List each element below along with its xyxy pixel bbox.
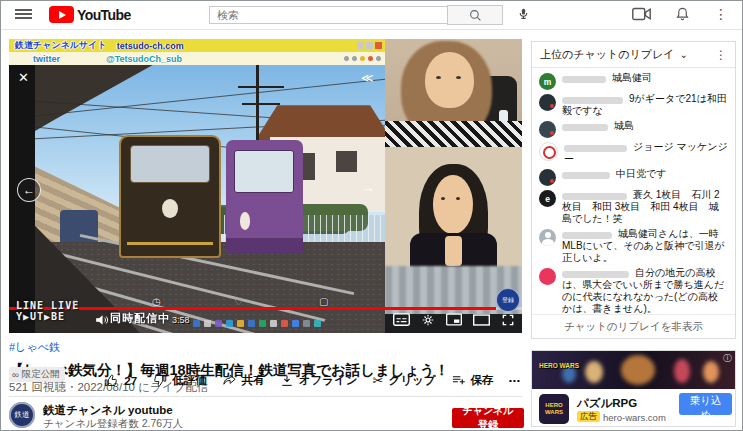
- ad-cta-button[interactable]: 乗り込め: [679, 393, 732, 415]
- chat-avatar: [539, 169, 556, 186]
- browser-title-bar: 鉄道チャンネルサイト tetsudo-ch.com: [9, 39, 385, 52]
- player-time: 3:58: [172, 315, 190, 325]
- search-icon: [469, 9, 482, 22]
- video-player[interactable]: 鉄道チャンネルサイト tetsudo-ch.com twitter @Tetsu…: [9, 39, 522, 333]
- house-window: [336, 151, 357, 172]
- player-right-controls: [393, 313, 515, 329]
- miniplayer-button[interactable]: [446, 313, 462, 329]
- subtitles-button[interactable]: [393, 313, 410, 329]
- host2-face: [433, 175, 473, 235]
- action-bar: 27 低評価 共有 オフライン ✂ クリップ 保存 ⋯: [104, 373, 520, 388]
- collapse-left-icon[interactable]: ≪: [361, 71, 372, 85]
- close-icon[interactable]: ✕: [18, 70, 29, 85]
- theater-icon: [473, 314, 490, 326]
- tram-gold-stripe: [127, 242, 213, 245]
- tram-windshield: [130, 145, 210, 183]
- share-button[interactable]: 共有: [222, 373, 265, 388]
- chat-avatar: [539, 121, 556, 138]
- chat-header-title: 上位のチャットのリプレイ: [540, 47, 675, 62]
- clip-button[interactable]: ✂ クリップ: [373, 373, 436, 388]
- chat-avatar: e: [539, 190, 556, 207]
- browser-toolbar-icons: [344, 56, 381, 61]
- youtube-logo-text: YouTube: [77, 7, 131, 23]
- chat-message-content: 自分の地元の高校は、県大会でいい所まで勝ち進んだのに代表になれなかった(どの高校…: [562, 267, 728, 315]
- tram-windshield: [234, 150, 294, 193]
- scissors-icon: ✂: [373, 373, 384, 388]
- chat-message-list[interactable]: m城島健司9がギータで21は和田毅ですな城島ジョージ マッケンジー中日党ですe蓑…: [532, 68, 735, 315]
- chat-header[interactable]: 上位のチャットのリプレイ ⌄ ⋮: [532, 42, 735, 68]
- channel-watermark[interactable]: 登録: [496, 288, 520, 312]
- taskbar-app-icon: [237, 320, 244, 327]
- chat-message: m城島健司: [539, 72, 728, 90]
- host1-face: [425, 52, 474, 108]
- fullscreen-icon: [501, 313, 515, 327]
- tram-headmark: [240, 212, 251, 230]
- taskbar-app-icon: [226, 320, 233, 327]
- taskbar-app-icon: [292, 320, 299, 327]
- ad-card: HERO WARS ⓘ HERO WARS パズルRPG 広告 hero-war…: [531, 350, 736, 427]
- channel-name[interactable]: 鉄道チャンネル youtube: [43, 403, 173, 418]
- chat-avatar: [539, 229, 556, 246]
- webcam-host-1: [385, 39, 522, 147]
- chat-message-content: 城島健司さんは、一時MLBにいて、そのあと阪神で引退が正しいよ。: [562, 228, 728, 264]
- chat-avatar: [539, 94, 556, 111]
- purple-tram: [226, 140, 303, 253]
- ad-title[interactable]: パズルRPG: [577, 396, 637, 411]
- offline-button[interactable]: オフライン: [280, 373, 358, 388]
- pole-crossarm: [242, 103, 281, 105]
- progress-bar[interactable]: [9, 307, 522, 310]
- subtitles-icon: [393, 313, 410, 326]
- chat-message-content: ジョージ マッケンジー: [564, 141, 728, 165]
- miniplayer-icon: [446, 313, 462, 326]
- hashtag-link[interactable]: #しゃべ鉄: [9, 340, 60, 355]
- like-button[interactable]: 27: [104, 373, 137, 388]
- notifications-bell-icon[interactable]: [675, 6, 690, 22]
- chat-message-content: 9がギータで21は和田毅ですな: [562, 93, 728, 117]
- chat-message-content: 蓑久 1枚目 石川 2枚目 和田 3枚目 和田 4枚目 城島でした！笑: [562, 189, 728, 225]
- hamburger-menu-icon[interactable]: [15, 9, 32, 20]
- window-controls: [357, 42, 382, 49]
- volume-icon[interactable]: [95, 314, 109, 326]
- chat-replay-panel: 上位のチャットのリプレイ ⌄ ⋮ m城島健司9がギータで21は和田毅ですな城島ジ…: [531, 41, 736, 339]
- link-icon: ∞: [12, 369, 19, 380]
- search-button[interactable]: [447, 5, 503, 25]
- theater-mode-button[interactable]: [473, 313, 490, 329]
- taskbar-app-icon: [303, 320, 310, 327]
- taskbar-app-icon: [193, 320, 200, 327]
- dislike-button[interactable]: 低評価: [152, 373, 207, 388]
- create-video-icon[interactable]: [632, 7, 651, 21]
- chat-kebab-icon[interactable]: ⋮: [715, 48, 727, 62]
- save-button[interactable]: 保存: [451, 373, 494, 388]
- chat-message: e蓑久 1枚目 石川 2枚目 和田 3枚目 和田 4枚目 城島でした！笑: [539, 189, 728, 225]
- mic-button[interactable]: [517, 6, 530, 24]
- ad-banner-image[interactable]: HERO WARS ⓘ: [532, 351, 735, 389]
- ad-info-icon[interactable]: ⓘ: [723, 352, 732, 365]
- hide-chat-replay-button[interactable]: チャットのリプレイを非表示: [532, 314, 735, 338]
- simulcast-overlay-text: LINE LIVE Y▶UT▶BE: [16, 300, 79, 322]
- tram-headmark: [162, 199, 178, 218]
- previous-photo-button[interactable]: ←: [17, 178, 41, 202]
- mic-icon: [517, 6, 530, 21]
- taskbar-app-icon: [281, 320, 288, 327]
- search-input[interactable]: [209, 6, 447, 24]
- progress-marker-icon: ◌: [72, 296, 78, 307]
- progress-fill: [9, 307, 496, 310]
- hero-wars-banner-logo: HERO WARS: [539, 362, 579, 369]
- youtube-logo[interactable]: YouTube: [49, 6, 131, 23]
- chat-message-content: 城島: [562, 120, 634, 138]
- save-label: 保存: [471, 373, 494, 388]
- youtube-watch-page: YouTube ⋮ 鉄道チャンネルサイト tetsudo-ch.com: [0, 0, 743, 431]
- channel-avatar[interactable]: 鉄道: [9, 402, 35, 428]
- more-actions-button[interactable]: ⋯: [509, 374, 521, 388]
- ad-logo-thumbnail[interactable]: HERO WARS: [539, 394, 569, 424]
- next-photo-button[interactable]: →: [361, 179, 375, 195]
- settings-button[interactable]: [421, 313, 435, 329]
- chat-message-content: 中日党です: [562, 168, 666, 186]
- progress-marker-icon: ◷: [152, 296, 161, 307]
- fullscreen-button[interactable]: [501, 313, 515, 329]
- subscribe-button[interactable]: チャンネル登録: [452, 408, 524, 428]
- subscriber-count: チャンネル登録者数 2.76万人: [43, 417, 183, 431]
- site-banner-url: tetsudo-ch.com: [117, 41, 184, 51]
- masthead-kebab-icon[interactable]: ⋮: [714, 6, 728, 22]
- simulcast-badge: 同時配信中: [110, 311, 170, 326]
